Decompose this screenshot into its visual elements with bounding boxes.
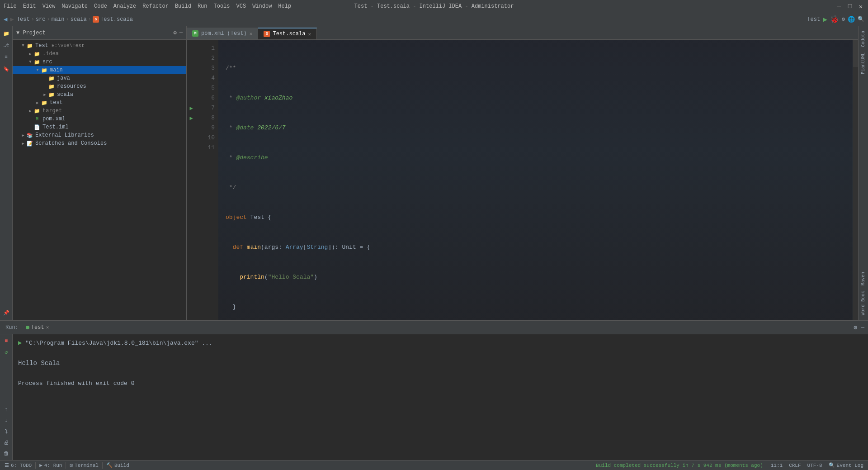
tree-pom[interactable]: M pom.xml <box>13 115 186 123</box>
encoding[interactable]: UTF-8 <box>805 461 825 470</box>
editor-area: M pom.xml (Test) ✕ S Test.scala ✕ <box>187 26 858 320</box>
menu-build[interactable]: Build <box>175 3 191 9</box>
bookmark-icon[interactable]: 🔖 <box>1 63 12 74</box>
print-icon[interactable]: 🖨 <box>1 437 11 447</box>
breadcrumb-src[interactable]: src <box>36 16 46 23</box>
menu-run[interactable]: Run <box>198 3 208 9</box>
build-status: Build completed successfully in 7 s 942 … <box>593 461 766 470</box>
menu-help[interactable]: Help <box>278 3 291 9</box>
run-button[interactable]: ▶ <box>823 15 827 24</box>
run-tool-label: 4: Run <box>44 463 62 468</box>
tree-src[interactable]: ▼ 📁 src <box>13 58 186 66</box>
bottom-content: ■ ↺ ↑ ↓ ⤵ 🖨 🗑 ▶ "C:\Program Files\Java\j… <box>0 334 868 460</box>
event-log-text: Event Log <box>837 463 863 468</box>
tree-scala[interactable]: ▶ 📁 scala <box>13 90 186 99</box>
clear-icon[interactable]: 🗑 <box>1 448 11 458</box>
back-icon[interactable]: ◀ <box>4 15 7 23</box>
breadcrumb-main[interactable]: main <box>52 16 65 23</box>
right-sidebar-codota[interactable]: Codota <box>860 28 867 50</box>
exit-code-output: Process finished with exit code 0 <box>18 380 134 387</box>
project-icon[interactable]: 📁 <box>1 28 12 39</box>
cursor-position[interactable]: 11:1 <box>768 461 785 470</box>
right-sidebar-plantuml[interactable]: PlantUML <box>860 50 867 77</box>
panel-settings-icon[interactable]: ⚙ <box>854 324 857 331</box>
settings-button[interactable]: ⚙ <box>842 16 845 23</box>
run-tab-close[interactable]: ✕ <box>46 324 49 330</box>
code-editor[interactable]: ▶ ▶ 1 2 3 4 5 6 7 8 9 10 <box>187 40 858 320</box>
terminal-tool[interactable]: ⊡ Terminal <box>67 461 101 470</box>
project-panel: ▼ Project ⚙ — ▼ 📁 Test E:\Vue\Test ▶ 📁 .… <box>13 26 187 320</box>
todo-tool[interactable]: ☰ 6: TODO <box>2 461 34 470</box>
scroll-up-icon[interactable]: ↑ <box>1 405 11 415</box>
panel-minimize-icon[interactable]: — <box>861 324 864 331</box>
hello-scala-output: Hello Scala <box>18 360 60 367</box>
pom-tab-icon: M <box>192 30 198 37</box>
terminal-output: ▶ "C:\Program Files\Java\jdk1.8.0_181\bi… <box>13 334 868 460</box>
tree-iml[interactable]: 📄 Test.iml <box>13 123 186 131</box>
tab-scala-label: Test.scala <box>273 31 305 37</box>
tab-pom-close[interactable]: ✕ <box>250 31 253 37</box>
tree-resources[interactable]: 📁 resources <box>13 82 186 90</box>
terminal-cmd: "C:\Program Files\Java\jdk1.8.0_181\bin\… <box>25 340 212 347</box>
debug-button[interactable]: 🐞 <box>830 15 839 24</box>
build-tool[interactable]: 🔨 Build <box>104 461 132 470</box>
menu-view[interactable]: View <box>42 3 56 9</box>
tab-scala-close[interactable]: ✕ <box>308 31 311 37</box>
minimap[interactable] <box>853 40 858 320</box>
menu-file[interactable]: File <box>4 3 17 9</box>
project-collapse-icon[interactable]: — <box>179 30 183 36</box>
rerun-button[interactable]: ↺ <box>1 347 11 357</box>
build-label: Build <box>114 463 129 468</box>
menu-window[interactable]: Window <box>252 3 272 9</box>
translate-icon[interactable]: 🌐 <box>848 16 855 23</box>
menu-refactor[interactable]: Refactor <box>142 3 169 9</box>
menu-edit[interactable]: Edit <box>23 3 36 9</box>
tree-root[interactable]: ▼ 📁 Test E:\Vue\Test <box>13 42 186 50</box>
title-bar-left: File Edit View Navigate Code Analyze Ref… <box>4 3 291 9</box>
right-sidebar-maven[interactable]: Maven <box>860 269 867 288</box>
project-settings-icon[interactable]: ⚙ <box>174 29 177 36</box>
tree-ext-libs[interactable]: ▶ 📚 External Libraries <box>13 131 186 139</box>
stop-button[interactable]: ■ <box>1 336 11 346</box>
breadcrumb-file[interactable]: Test.scala <box>100 16 133 23</box>
breadcrumb-test[interactable]: Test <box>17 16 30 23</box>
soft-wrap-icon[interactable]: ⤵ <box>1 427 11 437</box>
run-tool[interactable]: ▶ 4: Run <box>37 461 65 470</box>
code-content[interactable]: /** * @author xiaoZhao * @date 2022/6/7 … <box>218 40 853 320</box>
menu-vcs[interactable]: VCS <box>236 3 246 9</box>
scroll-down-icon[interactable]: ↓ <box>1 416 11 426</box>
pin-icon[interactable]: 📌 <box>1 307 12 318</box>
tree-main[interactable]: ▼ 📁 main <box>13 66 186 74</box>
tab-test-scala[interactable]: S Test.scala ✕ <box>258 28 317 39</box>
search-icon[interactable]: 🔍 <box>858 16 864 23</box>
menu-navigate[interactable]: Navigate <box>61 3 88 9</box>
forward-icon[interactable]: ▶ <box>10 15 14 23</box>
bottom-tabs-bar: Run: Test ✕ ⚙ — <box>0 321 868 334</box>
maximize-button[interactable]: □ <box>846 3 854 10</box>
structure-icon[interactable]: ≡ <box>1 52 12 62</box>
right-sidebar-wordbook[interactable]: Word Book <box>860 288 867 318</box>
title-bar: File Edit View Navigate Code Analyze Ref… <box>0 0 868 13</box>
scala-file-icon: S <box>93 16 99 23</box>
tree-target[interactable]: ▶ 📁 target <box>13 107 186 115</box>
tree-test[interactable]: ▶ 📁 test <box>13 99 186 107</box>
menu-analyze[interactable]: Analyze <box>113 3 136 9</box>
commit-icon[interactable]: ⎇ <box>1 40 12 51</box>
tree-java[interactable]: 📁 java <box>13 74 186 82</box>
breadcrumb-scala[interactable]: scala <box>71 16 87 23</box>
tree-scratches[interactable]: ▶ 📝 Scratches and Consoles <box>13 139 186 147</box>
line-sep[interactable]: CRLF <box>786 461 803 470</box>
close-button[interactable]: ✕ <box>857 3 864 10</box>
run-object-button[interactable]: ▶ <box>187 103 196 113</box>
tree-idea[interactable]: ▶ 📁 .idea <box>13 50 186 58</box>
run-tab[interactable]: Test ✕ <box>26 324 49 331</box>
main-content: 📁 ⎇ ≡ 🔖 📌 ▼ Project ⚙ — ▼ 📁 Test E:\Vue\… <box>0 26 868 320</box>
todo-label: 6: TODO <box>11 463 32 468</box>
run-main-button[interactable]: ▶ <box>187 113 196 123</box>
tab-pom[interactable]: M pom.xml (Test) ✕ <box>187 28 258 39</box>
menu-code[interactable]: Code <box>94 3 107 9</box>
bottom-left-icons: ■ ↺ ↑ ↓ ⤵ 🖨 🗑 <box>0 334 13 460</box>
menu-tools[interactable]: Tools <box>214 3 230 9</box>
minimize-button[interactable]: ─ <box>835 3 843 10</box>
event-log[interactable]: 🔍 Event Log <box>826 461 866 470</box>
